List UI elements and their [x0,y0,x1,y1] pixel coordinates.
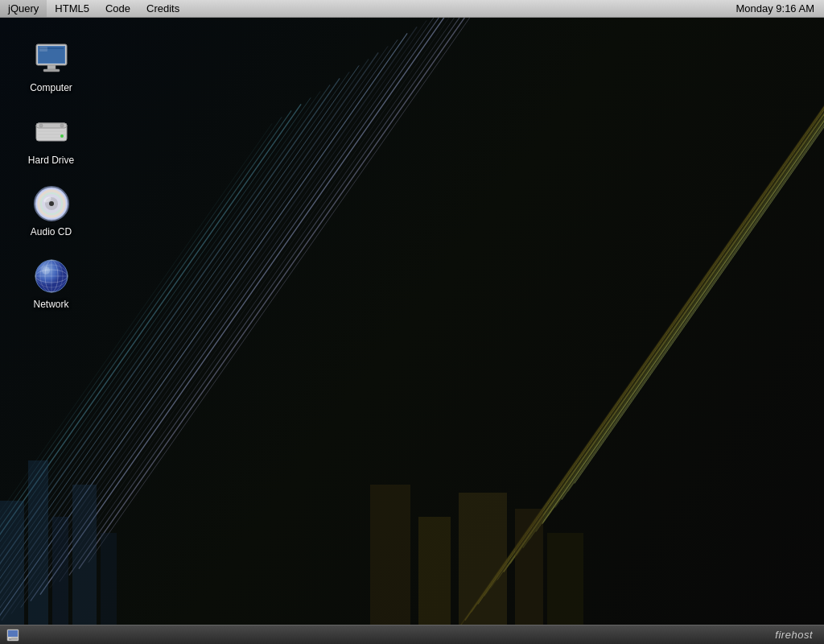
clock-display: Monday 9:16 AM [735,2,824,14]
svg-point-29 [42,266,50,275]
svg-point-14 [60,134,64,138]
icon-network[interactable]: Network [11,250,92,318]
network-icon-label: Network [33,299,68,312]
svg-rect-31 [8,630,18,637]
svg-rect-5 [43,69,60,72]
svg-rect-6 [39,47,47,52]
svg-point-20 [49,201,54,206]
audio-cd-icon [32,184,71,223]
network-icon [32,257,71,295]
icon-computer[interactable]: Computer [11,34,92,101]
taskbar-start-icon[interactable] [5,627,21,643]
menu-code[interactable]: Code [97,0,138,17]
svg-point-12 [39,124,43,127]
menu-jquery[interactable]: jQuery [0,0,47,17]
wallpaper [0,18,824,625]
menu-html5[interactable]: HTML5 [47,0,97,17]
desktop-icons: Computer Hard [0,34,102,322]
desktop: Computer Hard [0,18,824,625]
hard-drive-icon-label: Hard Drive [28,155,74,167]
computer-icon [32,40,71,79]
computer-icon-label: Computer [30,82,72,95]
svg-point-13 [60,124,64,127]
icon-hard-drive[interactable]: Hard Drive [11,106,92,174]
menubar: jQuery HTML5 Code Credits Monday 9:16 AM [0,0,824,18]
audio-cd-icon-label: Audio CD [31,226,72,239]
menu-credits[interactable]: Credits [138,0,187,17]
taskbar: firehost [0,625,824,644]
brand-label: firehost [775,629,819,641]
svg-rect-4 [47,65,56,69]
hard-drive-icon [32,113,71,151]
svg-rect-33 [11,638,18,640]
icon-audio-cd[interactable]: Audio CD [11,178,92,246]
